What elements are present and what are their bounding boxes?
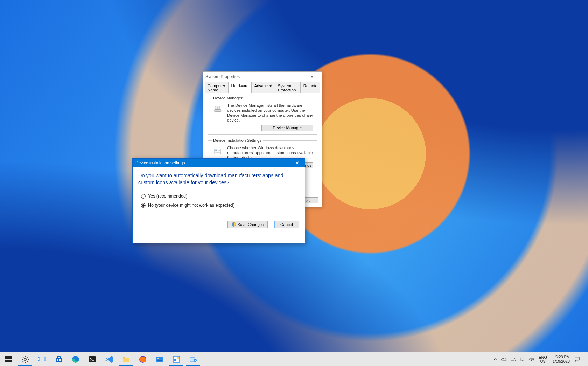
language-indicator[interactable]: ENG US bbox=[537, 355, 549, 364]
save-changes-label: Save Changes bbox=[238, 222, 264, 227]
tab-computer-name[interactable]: Computer Name bbox=[205, 82, 229, 93]
clock-time: 5:28 PM bbox=[555, 355, 570, 359]
svg-point-2 bbox=[217, 107, 219, 109]
svg-rect-0 bbox=[214, 110, 221, 112]
device-installation-legend: Device Installation Settings bbox=[212, 138, 263, 143]
svg-point-13 bbox=[24, 358, 26, 360]
radio-option-yes[interactable]: Yes (recommended) bbox=[141, 194, 299, 199]
cancel-button[interactable]: Cancel bbox=[274, 221, 299, 228]
photos-icon bbox=[155, 355, 164, 364]
tab-advanced[interactable]: Advanced bbox=[251, 82, 275, 93]
system-properties-title: System Properties bbox=[205, 74, 240, 79]
svg-rect-29 bbox=[174, 359, 176, 361]
firefox-icon bbox=[139, 355, 147, 364]
svg-rect-34 bbox=[520, 358, 524, 360]
svg-rect-35 bbox=[575, 357, 579, 360]
taskbar-edge[interactable] bbox=[67, 352, 84, 366]
tray-meet-now[interactable] bbox=[509, 352, 518, 366]
svg-rect-16 bbox=[44, 358, 46, 360]
taskbar: ENG US 5:28 PM 1/19/2023 bbox=[0, 352, 588, 366]
taskbar-settings[interactable] bbox=[17, 352, 34, 366]
device-installation-heading: Do you want to automatically download ma… bbox=[138, 172, 299, 186]
tray-onedrive[interactable] bbox=[500, 352, 509, 366]
device-manager-icon bbox=[212, 103, 224, 115]
svg-rect-19 bbox=[57, 359, 58, 360]
svg-rect-17 bbox=[56, 358, 62, 362]
radio-icon bbox=[141, 203, 146, 208]
svg-rect-24 bbox=[89, 356, 96, 362]
device-installation-footer: Save Changes Cancel bbox=[133, 217, 305, 233]
tab-hardware[interactable]: Hardware bbox=[229, 82, 252, 93]
svg-rect-22 bbox=[59, 360, 61, 361]
tab-remote[interactable]: Remote bbox=[301, 82, 320, 93]
volume-icon bbox=[529, 357, 534, 362]
taskbar-vscode[interactable] bbox=[101, 352, 118, 366]
taskbar-microsoft-store[interactable] bbox=[50, 352, 67, 366]
device-manager-legend: Device Manager bbox=[212, 96, 244, 100]
taskbar-firefox[interactable] bbox=[134, 352, 151, 366]
close-icon: ✕ bbox=[295, 160, 299, 166]
svg-rect-33 bbox=[511, 358, 514, 360]
tab-system-protection[interactable]: System Protection bbox=[275, 82, 301, 93]
close-button[interactable]: ✕ bbox=[304, 72, 320, 81]
svg-rect-21 bbox=[57, 360, 58, 361]
device-installation-title: Device installation settings bbox=[135, 160, 185, 165]
shield-icon bbox=[231, 222, 236, 227]
windows-icon bbox=[4, 355, 13, 364]
svg-rect-11 bbox=[5, 360, 8, 362]
language-top: ENG bbox=[539, 355, 547, 359]
taskbar-terminal[interactable] bbox=[84, 352, 101, 366]
clock[interactable]: 5:28 PM 1/19/2023 bbox=[550, 355, 573, 364]
device-installation-settings-window: Device installation settings ✕ Do you wa… bbox=[132, 158, 305, 243]
device-manager-group: Device Manager The Device Manager lists … bbox=[208, 96, 317, 135]
svg-rect-9 bbox=[5, 356, 8, 359]
chevron-up-icon bbox=[493, 357, 497, 361]
svg-point-30 bbox=[177, 357, 179, 359]
svg-rect-15 bbox=[38, 358, 40, 360]
network-icon bbox=[520, 357, 525, 362]
svg-rect-4 bbox=[215, 150, 217, 151]
taskbar-task-view[interactable] bbox=[34, 352, 50, 366]
device-manager-text: The Device Manager lists all the hardwar… bbox=[227, 103, 313, 123]
taskbar-app-1[interactable] bbox=[168, 352, 185, 366]
show-desktop-button[interactable] bbox=[583, 352, 586, 366]
taskbar-right: ENG US 5:28 PM 1/19/2023 bbox=[491, 352, 588, 366]
tray-volume[interactable] bbox=[527, 352, 536, 366]
terminal-icon bbox=[88, 355, 97, 364]
vscode-icon bbox=[105, 355, 113, 364]
language-bottom: US bbox=[540, 359, 546, 364]
folder-icon bbox=[122, 355, 130, 364]
close-icon: ✕ bbox=[310, 74, 314, 80]
meet-icon bbox=[510, 357, 517, 362]
system-properties-titlebar[interactable]: System Properties ✕ bbox=[203, 72, 322, 82]
app-icon bbox=[172, 355, 181, 364]
device-installation-text: Choose whether Windows downloads manufac… bbox=[227, 145, 313, 160]
store-icon bbox=[55, 355, 63, 364]
radio-label-no: No (your device might not work as expect… bbox=[148, 203, 234, 208]
gear-icon bbox=[21, 355, 29, 364]
device-manager-button[interactable]: Device Manager bbox=[261, 125, 313, 131]
save-changes-button[interactable]: Save Changes bbox=[227, 221, 268, 228]
app-icon bbox=[189, 355, 197, 364]
taskbar-left bbox=[0, 352, 202, 366]
taskbar-photos[interactable] bbox=[151, 352, 168, 366]
device-installation-icon bbox=[212, 145, 224, 157]
taskbar-file-explorer[interactable] bbox=[118, 352, 134, 366]
svg-rect-12 bbox=[8, 360, 12, 362]
svg-rect-20 bbox=[59, 359, 61, 360]
edge-icon bbox=[71, 355, 80, 364]
clock-date: 1/19/2023 bbox=[553, 359, 570, 364]
tray-show-hidden[interactable] bbox=[491, 352, 499, 366]
task-view-icon bbox=[38, 355, 46, 364]
tray-network[interactable] bbox=[518, 352, 527, 366]
taskbar-app-2[interactable] bbox=[185, 352, 202, 366]
system-properties-tabs: Computer Name Hardware Advanced System P… bbox=[203, 82, 322, 93]
radio-option-no[interactable]: No (your device might not work as expect… bbox=[141, 203, 299, 208]
device-installation-titlebar[interactable]: Device installation settings ✕ bbox=[133, 159, 305, 167]
action-center[interactable] bbox=[573, 352, 581, 366]
svg-rect-14 bbox=[39, 357, 45, 361]
svg-rect-10 bbox=[8, 356, 12, 359]
start-button[interactable] bbox=[0, 352, 17, 366]
radio-icon bbox=[141, 194, 146, 199]
close-button[interactable]: ✕ bbox=[289, 159, 305, 167]
